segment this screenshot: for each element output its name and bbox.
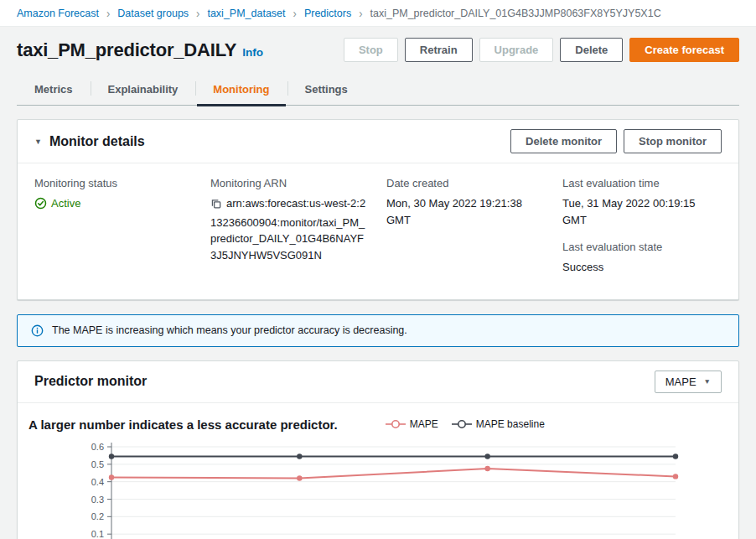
tab-metrics[interactable]: Metrics bbox=[17, 74, 91, 105]
predictor-monitor-title: Predictor monitor bbox=[34, 374, 147, 389]
legend-label-mape-baseline: MAPE baseline bbox=[476, 418, 545, 430]
check-circle-icon bbox=[34, 197, 47, 210]
legend-item-mape: MAPE bbox=[386, 418, 438, 430]
metric-select[interactable]: MAPE ▼ bbox=[655, 371, 722, 393]
retrain-button[interactable]: Retrain bbox=[405, 38, 473, 62]
legend-label-mape: MAPE bbox=[410, 418, 438, 430]
caret-down-icon: ▼ bbox=[704, 377, 711, 386]
date-created-value: Mon, 30 May 2022 19:21:38 GMT bbox=[386, 195, 546, 228]
stop-monitor-button[interactable]: Stop monitor bbox=[624, 129, 722, 153]
info-icon bbox=[31, 324, 44, 337]
breadcrumb-dataset-groups[interactable]: Dataset groups bbox=[117, 8, 189, 19]
breadcrumb-current-predictor: taxi_PM_predictor_DAILY_01G4B3JJMP8063FX… bbox=[370, 8, 661, 19]
page-title: taxi_PM_predictor_DAILY bbox=[17, 39, 236, 61]
collapse-caret-icon[interactable]: ▼ bbox=[34, 137, 42, 146]
monitoring-arn-label: Monitoring ARN bbox=[210, 177, 370, 189]
svg-text:0.3: 0.3 bbox=[91, 494, 104, 504]
delete-button[interactable]: Delete bbox=[560, 38, 623, 62]
delete-monitor-button[interactable]: Delete monitor bbox=[510, 129, 617, 153]
breadcrumb-predictors[interactable]: Predictors bbox=[304, 8, 351, 19]
tab-settings[interactable]: Settings bbox=[287, 74, 365, 105]
breadcrumb-amazon-forecast[interactable]: Amazon Forecast bbox=[17, 8, 99, 19]
page-header: taxi_PM_predictor_DAILY Info Stop Retrai… bbox=[17, 38, 739, 62]
copy-icon[interactable] bbox=[210, 200, 222, 212]
svg-text:0.5: 0.5 bbox=[91, 459, 104, 469]
predictor-monitor-panel: Predictor monitor MAPE ▼ A larger number… bbox=[17, 360, 739, 539]
svg-text:0.1: 0.1 bbox=[91, 529, 104, 539]
tab-monitoring[interactable]: Monitoring bbox=[195, 74, 287, 105]
mape-legend-marker-icon bbox=[386, 419, 406, 429]
tab-bar: Metrics Explainability Monitoring Settin… bbox=[17, 74, 739, 106]
tab-explainability[interactable]: Explainability bbox=[91, 74, 196, 105]
monitor-chart-area: 00.10.20.30.40.50.62022-05-30 20:49:5120… bbox=[18, 432, 738, 539]
date-created-label: Date created bbox=[386, 177, 546, 189]
legend-item-mape-baseline: MAPE baseline bbox=[452, 418, 545, 430]
svg-text:0.4: 0.4 bbox=[91, 476, 104, 486]
breadcrumb-separator-icon: › bbox=[293, 6, 297, 20]
monitor-details-title: ▼ Monitor details bbox=[34, 134, 145, 149]
last-evaluation-state-label: Last evaluation state bbox=[562, 241, 722, 253]
monitoring-status-value: Active bbox=[51, 195, 80, 212]
last-evaluation-time-value: Tue, 31 May 2022 00:19:15 GMT bbox=[562, 195, 722, 228]
monitoring-arn-value: arn:aws:forecast:us-west-2:213236600904:… bbox=[210, 197, 365, 262]
banner-text: The MAPE is increasing which means your … bbox=[52, 324, 407, 336]
last-evaluation-state-value: Success bbox=[562, 259, 722, 276]
monitor-details-title-text: Monitor details bbox=[49, 134, 145, 149]
mape-baseline-legend-marker-icon bbox=[452, 419, 472, 429]
metric-select-value: MAPE bbox=[665, 376, 696, 388]
monitor-details-panel: ▼ Monitor details Delete monitor Stop mo… bbox=[17, 119, 739, 300]
svg-text:0.2: 0.2 bbox=[91, 511, 104, 521]
monitor-line-chart: 00.10.20.30.40.50.62022-05-30 20:49:5120… bbox=[34, 437, 723, 539]
chart-subtitle: A larger number indicates a less accurat… bbox=[28, 417, 338, 432]
breadcrumb-separator-icon: › bbox=[196, 6, 199, 20]
upgrade-button[interactable]: Upgrade bbox=[479, 38, 554, 62]
svg-text:0.6: 0.6 bbox=[91, 442, 104, 452]
info-link[interactable]: Info bbox=[242, 46, 263, 59]
create-forecast-button[interactable]: Create forecast bbox=[629, 38, 739, 62]
monitoring-status-label: Monitoring status bbox=[34, 177, 194, 189]
stop-button[interactable]: Stop bbox=[344, 38, 398, 62]
mape-info-banner: The MAPE is increasing which means your … bbox=[17, 314, 739, 347]
header-actions: Stop Retrain Upgrade Delete Create forec… bbox=[344, 38, 739, 62]
breadcrumb-separator-icon: › bbox=[106, 6, 110, 20]
breadcrumb: Amazon Forecast › Dataset groups › taxi_… bbox=[0, 0, 756, 27]
last-evaluation-time-label: Last evaluation time bbox=[562, 177, 722, 189]
breadcrumb-separator-icon: › bbox=[359, 6, 362, 20]
chart-legend: MAPE MAPE baseline bbox=[386, 418, 545, 430]
breadcrumb-dataset[interactable]: taxi_PM_dataset bbox=[207, 8, 285, 19]
